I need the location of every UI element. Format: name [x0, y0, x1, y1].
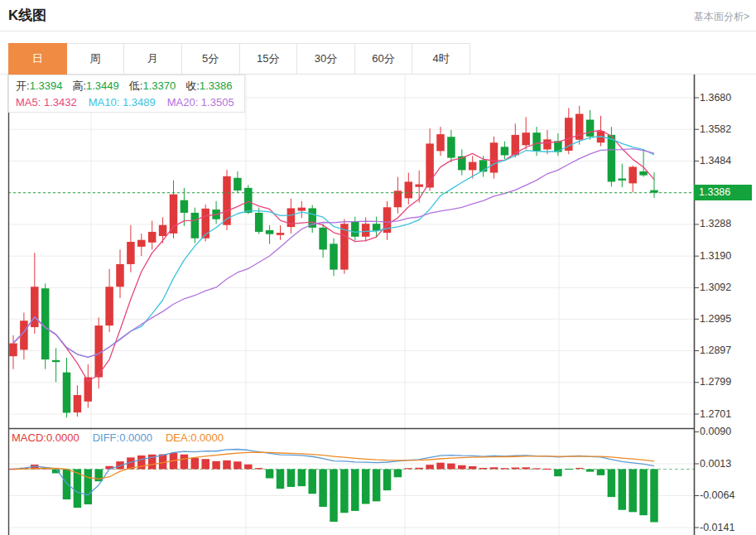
candle-body	[436, 134, 445, 151]
macd-bar	[458, 465, 466, 470]
candle-body	[137, 240, 146, 247]
macd-bar	[405, 468, 413, 469]
ma-legend-ma5: MA5: 1.3432	[16, 96, 77, 108]
macd-tick-label: 0.0090	[700, 426, 731, 437]
candle-body	[277, 233, 285, 235]
price-tick-label: 1.3680	[700, 92, 731, 104]
candle-body	[608, 135, 616, 182]
tab-60分[interactable]: 60分	[355, 43, 413, 75]
tab-周[interactable]: 周	[67, 43, 125, 75]
candle-body	[490, 142, 498, 172]
candle-body	[244, 188, 253, 213]
macd-bar	[479, 468, 488, 470]
macd-bar	[340, 470, 349, 513]
macd-bar	[63, 470, 71, 500]
last-price-tag: 1.3386	[694, 185, 752, 200]
price-tick-label: 1.2799	[700, 376, 731, 388]
ohlc-label: 开:	[16, 80, 30, 92]
fundamental-analysis-link[interactable]: 基本面分析>	[694, 10, 749, 24]
macd-bar	[308, 470, 316, 494]
ma-row: MA5: 1.3432MA10: 1.3489MA20: 1.3505	[16, 94, 244, 111]
macd-tick-label: 0.0013	[700, 458, 731, 470]
candle-body	[469, 162, 477, 171]
macd-bar	[554, 470, 562, 477]
price-tick-label: 1.2701	[700, 408, 731, 420]
candle-body	[170, 195, 178, 234]
candle-body	[639, 171, 648, 176]
macd-bar	[565, 469, 573, 470]
macd-legend-item: DEA:0.0000	[166, 431, 224, 444]
macd-bar	[522, 467, 530, 469]
macd-bar	[287, 470, 296, 487]
candle-body	[298, 208, 306, 211]
macd-bar	[532, 468, 541, 469]
price-tick-label: 1.3092	[700, 282, 731, 293]
ohlc-value: 1.3394	[30, 80, 63, 92]
tab-30分[interactable]: 30分	[297, 43, 355, 75]
price-tick-label: 1.2995	[700, 313, 731, 325]
candle-body	[63, 373, 71, 413]
candle-body	[405, 181, 413, 198]
header: K线图 基本面分析>	[0, 0, 756, 31]
candle-body	[373, 224, 381, 231]
price-tick-label: 1.3582	[700, 123, 731, 135]
macd-bar	[298, 470, 306, 487]
macd-bar	[426, 465, 434, 469]
macd-bar	[628, 470, 637, 513]
candle-body	[351, 222, 359, 237]
ohlc-info-box: 开:1.3394高:1.3449低:1.3370收:1.3386 MA5: 1.…	[8, 75, 245, 113]
candle-body	[501, 147, 509, 155]
candle-body	[116, 264, 124, 287]
macd-bar	[543, 469, 551, 470]
macd-bar	[319, 470, 327, 507]
tab-日[interactable]: 日	[8, 43, 67, 75]
ohlc-label: 低:	[129, 80, 143, 92]
macd-bar	[330, 470, 338, 522]
ohlc-label: 高:	[72, 80, 86, 92]
macd-bar	[234, 461, 242, 469]
macd-bar	[501, 468, 509, 469]
macd-bar	[84, 470, 93, 504]
macd-legend: MACD:0.0000DIFF:0.0000DEA:0.0000	[12, 431, 237, 444]
candle-body	[52, 360, 60, 362]
ohlc-value: 1.3449	[86, 80, 119, 92]
tab-4时[interactable]: 4时	[412, 43, 470, 75]
macd-bar	[512, 468, 520, 470]
tab-5分[interactable]: 5分	[182, 43, 240, 75]
macd-bar	[597, 470, 605, 475]
macd-bar	[639, 470, 648, 516]
candle-body	[447, 137, 455, 157]
macd-bar	[575, 468, 584, 469]
macd-bar	[394, 470, 402, 478]
macd-bar	[608, 470, 616, 498]
candle-body	[628, 167, 637, 184]
macd-bar	[266, 470, 274, 479]
candle-body	[148, 232, 156, 243]
candle-body	[181, 200, 189, 213]
macd-bar	[383, 470, 392, 491]
candle-body	[127, 242, 135, 264]
candle-body	[266, 230, 274, 234]
candle-body	[330, 243, 338, 269]
macd-bar	[373, 470, 381, 502]
candle-body	[415, 185, 423, 187]
macd-legend-item: DIFF:0.0000	[93, 431, 152, 444]
macd-tick-label: -0.0064	[700, 489, 734, 501]
macd-bar	[277, 470, 285, 489]
macd-bar	[650, 470, 658, 523]
macd-bar	[223, 460, 231, 470]
ohlc-label: 收:	[185, 80, 200, 92]
candle-body	[394, 190, 402, 207]
ohlc-row: 开:1.3394高:1.3449低:1.3370收:1.3386	[16, 78, 244, 94]
candle-body	[362, 224, 370, 237]
candle-body	[522, 133, 530, 145]
macd-bar	[244, 465, 253, 470]
macd-bar	[490, 467, 498, 469]
tab-15分[interactable]: 15分	[240, 43, 298, 75]
macd-bar	[181, 455, 189, 470]
macd-bar	[415, 468, 423, 470]
candle-body	[191, 213, 200, 239]
tab-月[interactable]: 月	[124, 43, 182, 75]
timeframe-tabbar: 日周月5分15分30分60分4时	[8, 43, 470, 75]
candle-body	[619, 179, 627, 181]
